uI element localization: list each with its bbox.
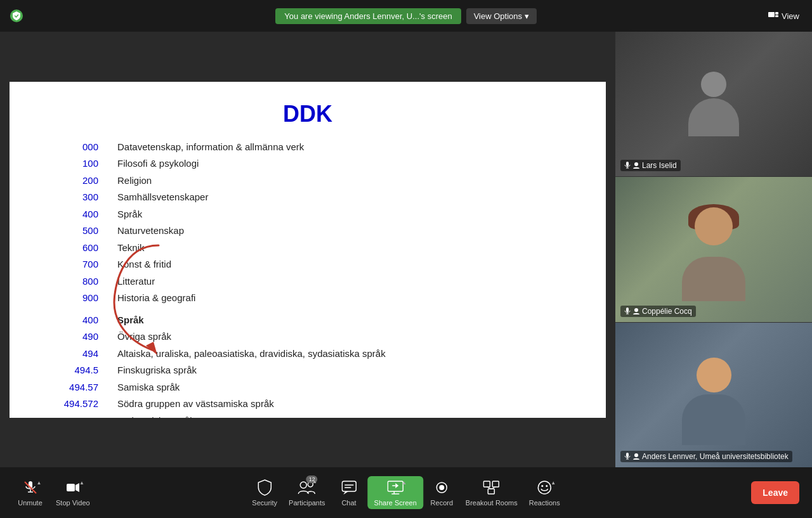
participant-label-lars: Lars Iselid — [620, 160, 681, 171]
svg-point-15 — [634, 453, 638, 457]
svg-rect-35 — [484, 481, 490, 487]
ddk-row: 494.5Finskugriska språk — [48, 363, 568, 378]
svg-rect-36 — [493, 481, 499, 487]
video-bg-anders — [615, 323, 812, 467]
participants-button[interactable]: 12 ▲ Participants — [284, 476, 330, 509]
svg-point-41 — [541, 485, 543, 487]
video-icon — [66, 481, 80, 495]
view-button-top-right[interactable]: View — [768, 11, 799, 21]
mic-icon-anders — [624, 453, 631, 460]
participant-name-coppélie: Coppélie Cocq — [642, 307, 692, 316]
ddk-row: 400Språk — [48, 313, 568, 328]
green-shield-icon — [10, 10, 23, 22]
ddk-desc: Övriga språk — [117, 330, 171, 344]
record-button[interactable]: Record — [424, 476, 459, 509]
svg-rect-20 — [67, 484, 75, 491]
anders-head — [697, 358, 731, 392]
ddk-desc: Södra gruppen av västsamiska språk — [117, 397, 274, 411]
svg-rect-37 — [488, 489, 495, 494]
security-icon — [257, 479, 272, 496]
ddk-code: 000 — [48, 140, 98, 155]
participant-video-coppélie: Coppélie Cocq — [615, 177, 812, 322]
unmute-button[interactable]: ▲ Unmute — [13, 476, 48, 509]
record-icon-wrap — [433, 479, 450, 496]
toolbar-left: ▲ Unmute ▲ Stop Video — [13, 476, 95, 509]
ddk-desc: Filosofi & psykologi — [117, 157, 199, 171]
record-label: Record — [431, 499, 453, 507]
unmute-label: Unmute — [18, 499, 43, 507]
breakout-icon — [483, 481, 500, 495]
toolbar-right: Leave — [751, 481, 799, 504]
share-screen-button[interactable]: ▲ Share Screen — [368, 476, 423, 509]
ddk-code: 494.5 — [48, 363, 98, 378]
reactions-button[interactable]: ▲ Reactions — [524, 476, 565, 509]
svg-rect-2 — [775, 15, 778, 17]
participants-icon-wrap: 12 ▲ — [298, 479, 316, 496]
ddk-code: 490 — [48, 330, 98, 344]
ddk-row: 700Konst & fritid — [48, 257, 568, 272]
ddk-row: 400Språk — [48, 207, 568, 222]
security-label: Security — [252, 499, 277, 507]
ddk-code: 494 — [48, 347, 98, 361]
breakout-rooms-button[interactable]: Breakout Rooms — [461, 476, 523, 509]
breakout-label: Breakout Rooms — [466, 499, 518, 507]
svg-rect-12 — [626, 453, 629, 457]
participants-chevron: ▲ — [312, 479, 317, 484]
participant-icon-anders — [633, 453, 639, 460]
mic-icon-coppélie — [624, 308, 631, 315]
screen-share-banner: You are viewing Anders Lennver, U...'s s… — [275, 8, 461, 24]
lars-body — [688, 98, 739, 136]
participant-name-lars: Lars Iselid — [642, 161, 677, 170]
ddk-code: 600 — [48, 241, 98, 256]
participant-icon-lars — [633, 162, 639, 169]
lars-head — [701, 72, 726, 97]
chat-button[interactable]: Chat — [332, 476, 367, 509]
ddk-row: 200Religion — [48, 174, 568, 188]
reactions-icon — [537, 480, 552, 495]
chat-icon-wrap — [340, 479, 358, 496]
ddk-row: 490Övriga språk — [48, 330, 568, 344]
ddk-desc: Samhällsvetenskaper — [117, 190, 208, 205]
leave-label: Leave — [763, 488, 788, 498]
slide-container: DDK 000Datavetenskap, information & allm… — [10, 82, 606, 418]
participant-video-anders: Anders Lennver, Umeå universitetsbibliot… — [615, 323, 812, 467]
ddk-row: 900Historia & geografi — [48, 291, 568, 306]
ddk-code: 400 — [48, 207, 98, 222]
stop-video-button[interactable]: ▲ Stop Video — [51, 476, 95, 509]
anders-body — [682, 394, 745, 445]
reactions-label: Reactions — [529, 499, 560, 507]
leave-button[interactable]: Leave — [751, 481, 799, 504]
security-button[interactable]: Security — [247, 476, 282, 509]
participant-label-anders: Anders Lennver, Umeå universitetsbibliot… — [620, 451, 792, 462]
chat-label: Chat — [341, 499, 356, 507]
toolbar: ▲ Unmute ▲ Stop Video Security — [0, 467, 812, 518]
slide-title: DDK — [48, 101, 568, 127]
participant-video-lars: Lars Iselid — [615, 32, 812, 177]
ddk-row: 494.57Samiska språk — [48, 380, 568, 395]
svg-rect-1 — [775, 12, 778, 15]
participants-sidebar: Lars Iselid — [615, 32, 812, 467]
ddk-row: 300Samhällsvetenskaper — [48, 190, 568, 205]
presentation-area: DDK 000Datavetenskap, information & allm… — [0, 32, 615, 467]
svg-point-40 — [538, 481, 551, 494]
ddk-code: 494.57 — [48, 380, 98, 395]
unmute-chevron: ▲ — [37, 480, 42, 486]
svg-rect-0 — [768, 12, 775, 17]
stop-video-label: Stop Video — [56, 499, 90, 507]
ddk-code: 100 — [48, 157, 98, 171]
participants-label: Participants — [289, 499, 325, 507]
stop-video-icon-wrap: ▲ — [64, 479, 82, 496]
view-label: View — [782, 11, 799, 21]
svg-point-34 — [439, 485, 444, 490]
ddk-row: 494.5722Sydsamiska språk — [48, 414, 568, 418]
mic-icon-lars — [624, 162, 631, 169]
participant-name-anders: Anders Lennver, Umeå universitetsbibliot… — [642, 452, 789, 461]
participant-label-coppélie: Coppélie Cocq — [620, 306, 696, 317]
ddk-desc: Finskugriska språk — [117, 363, 197, 378]
ddk-code: 700 — [48, 257, 98, 272]
banner-text: You are viewing Anders Lennver, U...'s s… — [284, 11, 452, 21]
coppélie-head — [695, 207, 733, 245]
ddk-desc: Teknik — [117, 241, 145, 256]
ddk-desc: Sydsamiska språk — [117, 414, 195, 418]
view-options-button[interactable]: View Options ▾ — [466, 8, 537, 24]
